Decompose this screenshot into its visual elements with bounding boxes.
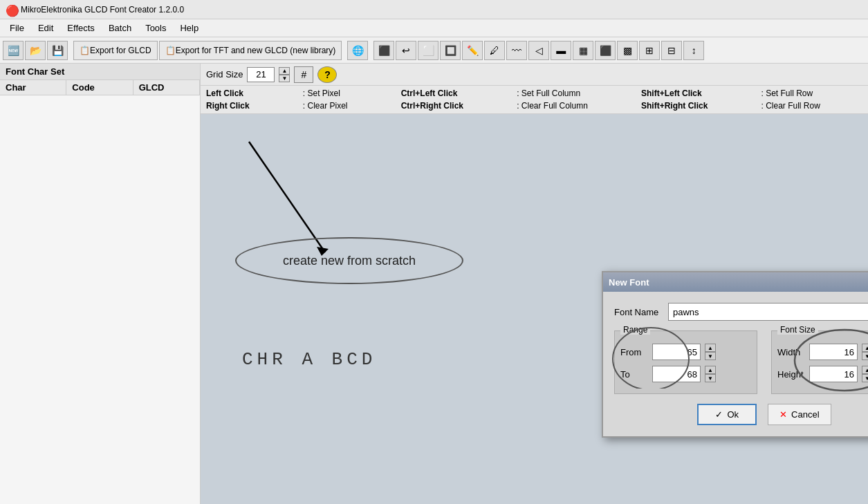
open-button[interactable]: 📂 <box>25 41 46 60</box>
left-panel-columns: Char Code GLCD <box>0 80 200 95</box>
toolbar-btn-3[interactable]: ↩ <box>396 41 416 60</box>
export-glcd-button[interactable]: 📋 Export for GLCD <box>73 41 158 60</box>
svg-line-0 <box>249 142 325 252</box>
font-size-circle <box>793 326 868 395</box>
title-bar-text: MikroElektronika GLCD Font Creator 1.2.0… <box>21 5 184 15</box>
height-spinner-down[interactable]: ▼ <box>862 374 868 382</box>
export-tft-icon: 📋 <box>165 46 176 55</box>
height-label: Height <box>777 369 805 380</box>
range-group-title: Range <box>620 325 650 335</box>
main-layout: Font Char Set Char Code GLCD Grid Size ▲… <box>0 64 868 504</box>
drawn-characters: CHR A BCD <box>242 349 376 370</box>
toolbar-btn-14[interactable]: ⊞ <box>639 41 660 60</box>
width-spinner-up[interactable]: ▲ <box>862 344 868 352</box>
menu-tools[interactable]: Tools <box>138 21 173 35</box>
to-label: To <box>620 369 648 380</box>
export-tft-button[interactable]: 📋 Export for TFT and new GLCD (new libra… <box>159 41 342 60</box>
to-spinner[interactable]: ▲ ▼ <box>705 366 716 382</box>
from-input[interactable] <box>652 344 701 360</box>
toolbar-btn-1[interactable]: 🌐 <box>347 41 368 60</box>
menu-file[interactable]: File <box>3 21 31 35</box>
ok-button[interactable]: ✓ Ok <box>697 404 757 425</box>
from-spinner-down[interactable]: ▼ <box>705 352 716 360</box>
toolbar-btn-6[interactable]: ✏️ <box>462 41 483 60</box>
menu-effects[interactable]: Effects <box>60 21 102 35</box>
col-code: Code <box>66 80 133 95</box>
menu-batch[interactable]: Batch <box>102 21 138 35</box>
app-icon: 🔴 <box>6 4 17 15</box>
height-row: Height ▲ ▼ <box>777 366 868 382</box>
width-input[interactable] <box>809 344 858 360</box>
height-spinner[interactable]: ▲ ▼ <box>862 366 868 382</box>
to-input[interactable] <box>652 366 701 382</box>
font-size-group: Font Size Width ▲ ▼ <box>771 330 868 394</box>
save-button[interactable]: 💾 <box>47 41 68 60</box>
range-group: Range From ▲ ▼ <box>614 330 757 394</box>
right-panel: Grid Size ▲ ▼ # ? Left Click : Set Pixel… <box>201 64 868 504</box>
export-glcd-icon: 📋 <box>80 46 90 55</box>
from-row: From ▲ ▼ <box>620 344 751 360</box>
toolbar-btn-8[interactable]: 〰 <box>506 41 527 60</box>
dialog-buttons: ✓ Ok ✕ Cancel <box>614 404 868 425</box>
to-spinner-up[interactable]: ▲ <box>705 366 716 374</box>
cancel-button[interactable]: ✕ Cancel <box>768 404 831 425</box>
col-char: Char <box>0 80 66 95</box>
width-label: Width <box>777 347 805 357</box>
toolbar-btn-10[interactable]: ▬ <box>551 41 571 60</box>
toolbar-btn-12[interactable]: ⬛ <box>595 41 616 60</box>
oval-annotation: create new from scratch <box>235 237 463 284</box>
from-label: From <box>620 347 648 357</box>
menu-bar: File Edit Effects Batch Tools Help <box>0 19 868 37</box>
font-name-row: Font Name <box>614 303 868 321</box>
new-font-dialog: New Font ✕ Font Name Range <box>602 271 868 438</box>
cancel-icon: ✕ <box>779 409 787 420</box>
title-bar: 🔴 MikroElektronika GLCD Font Creator 1.2… <box>0 0 868 19</box>
toolbar-btn-11[interactable]: ▦ <box>573 41 593 60</box>
toolbar-btn-2[interactable]: ⬛ <box>373 41 394 60</box>
dialog-title: New Font <box>609 277 649 288</box>
cancel-label: Cancel <box>791 409 819 420</box>
dialog-sections: Range From ▲ ▼ <box>614 330 868 394</box>
ok-label: Ok <box>727 409 739 420</box>
menu-help[interactable]: Help <box>173 21 205 35</box>
font-name-input[interactable] <box>668 303 868 321</box>
ok-icon: ✓ <box>715 409 723 420</box>
left-panel-header: Font Char Set <box>0 64 200 80</box>
from-spinner-up[interactable]: ▲ <box>705 344 716 352</box>
to-spinner-down[interactable]: ▼ <box>705 374 716 382</box>
width-row: Width ▲ ▼ <box>777 344 868 360</box>
height-spinner-up[interactable]: ▲ <box>862 366 868 374</box>
left-panel: Font Char Set Char Code GLCD <box>0 64 201 504</box>
dialog-titlebar: New Font ✕ <box>603 272 868 292</box>
menu-edit[interactable]: Edit <box>31 21 60 35</box>
height-input[interactable] <box>809 366 858 382</box>
toolbar-btn-9[interactable]: ◁ <box>528 41 549 60</box>
toolbar-btn-4[interactable]: ⬜ <box>418 41 438 60</box>
annotation-text: create new from scratch <box>283 254 416 268</box>
font-name-label: Font Name <box>614 307 663 317</box>
left-panel-content <box>0 95 200 504</box>
toolbar-btn-15[interactable]: ⊟ <box>661 41 682 60</box>
toolbar-btn-5[interactable]: 🔲 <box>440 41 461 60</box>
width-spinner[interactable]: ▲ ▼ <box>862 344 868 360</box>
toolbar: 🆕 📂 💾 📋 Export for GLCD 📋 Export for TFT… <box>0 37 868 64</box>
toolbar-btn-16[interactable]: ↕ <box>683 41 704 60</box>
font-size-group-title: Font Size <box>777 325 818 335</box>
dialog-body: Font Name Range Fro <box>603 292 868 436</box>
col-glcd: GLCD <box>133 80 200 95</box>
toolbar-btn-7[interactable]: 🖊 <box>484 41 505 60</box>
width-spinner-down[interactable]: ▼ <box>862 352 868 360</box>
to-row: To ▲ ▼ <box>620 366 751 382</box>
from-spinner[interactable]: ▲ ▼ <box>705 344 716 360</box>
toolbar-btn-13[interactable]: ▩ <box>617 41 638 60</box>
new-button[interactable]: 🆕 <box>3 41 24 60</box>
